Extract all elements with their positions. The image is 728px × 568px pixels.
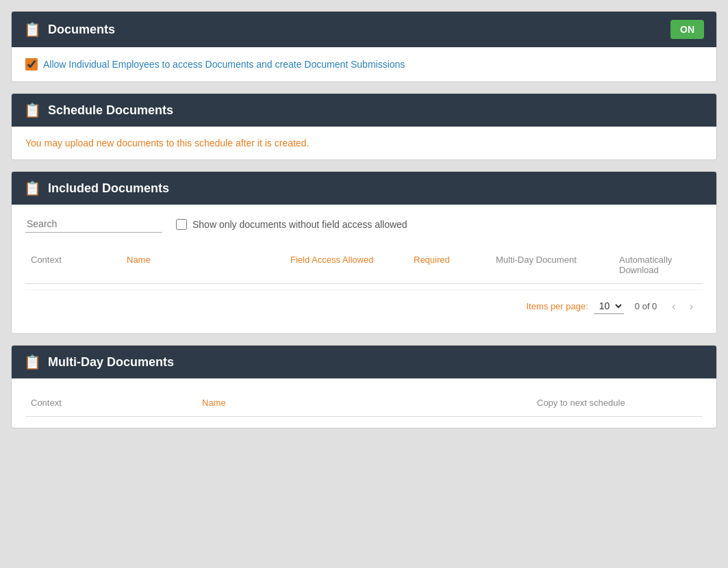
filter-no-field-access-label: Show only documents without field access… bbox=[192, 219, 407, 230]
schedule-documents-title: Schedule Documents bbox=[48, 103, 173, 118]
schedule-document-icon: 📋 bbox=[24, 102, 41, 118]
prev-page-button[interactable]: ‹ bbox=[668, 299, 679, 314]
documents-header-left: 📋 Documents bbox=[24, 21, 115, 38]
col-required: Required bbox=[408, 252, 490, 278]
multi-day-col-copy: Copy to next schedule bbox=[531, 395, 703, 411]
documents-section: 📋 Documents ON Allow Individual Employee… bbox=[11, 11, 717, 82]
allow-access-checkbox[interactable] bbox=[25, 58, 38, 70]
schedule-documents-body: You may upload new documents to this sch… bbox=[12, 127, 716, 159]
included-documents-body: Show only documents without field access… bbox=[12, 205, 716, 333]
items-per-page-container: Items per page: 5 10 25 50 bbox=[526, 298, 623, 314]
schedule-info-text: You may upload new documents to this sch… bbox=[25, 138, 703, 149]
filter-checkbox-row: Show only documents without field access… bbox=[176, 219, 407, 230]
schedule-documents-header: 📋 Schedule Documents bbox=[12, 94, 716, 127]
document-icon: 📋 bbox=[24, 21, 41, 38]
allow-access-label: Allow Individual Employees to access Doc… bbox=[43, 59, 405, 70]
pagination-nav: ‹ › bbox=[668, 299, 697, 314]
items-per-page-select[interactable]: 5 10 25 50 bbox=[594, 298, 624, 314]
included-documents-section: 📋 Included Documents Show only documents… bbox=[11, 171, 717, 334]
multi-day-col-name: Name bbox=[197, 395, 531, 411]
items-per-page-label: Items per page: bbox=[526, 301, 588, 311]
col-context: Context bbox=[25, 252, 121, 278]
multi-day-documents-title: Multi-Day Documents bbox=[48, 355, 174, 370]
search-input[interactable] bbox=[25, 216, 162, 233]
included-documents-header: 📋 Included Documents bbox=[12, 172, 716, 205]
pagination-info: 0 of 0 bbox=[635, 301, 657, 311]
col-name: Name bbox=[121, 252, 285, 278]
included-docs-table-header: Context Name Field Access Allowed Requir… bbox=[25, 246, 703, 284]
toggle-on-button[interactable]: ON bbox=[670, 20, 704, 39]
multi-day-documents-header-left: 📋 Multi-Day Documents bbox=[24, 354, 174, 370]
multi-day-document-icon: 📋 bbox=[24, 354, 41, 370]
included-docs-table-footer: Items per page: 5 10 25 50 0 of 0 ‹ › bbox=[25, 289, 703, 322]
documents-title: Documents bbox=[48, 23, 115, 37]
col-multi-day: Multi-Day Document bbox=[490, 252, 614, 278]
schedule-documents-header-left: 📋 Schedule Documents bbox=[24, 102, 173, 118]
col-field-access: Field Access Allowed bbox=[285, 252, 408, 278]
documents-body: Allow Individual Employees to access Doc… bbox=[12, 47, 716, 81]
filter-no-field-access-checkbox[interactable] bbox=[176, 219, 187, 230]
multi-day-documents-header: 📋 Multi-Day Documents bbox=[12, 346, 716, 378]
schedule-documents-section: 📋 Schedule Documents You may upload new … bbox=[11, 93, 717, 160]
allow-access-row: Allow Individual Employees to access Doc… bbox=[25, 58, 703, 70]
multi-day-col-context: Context bbox=[25, 395, 197, 411]
multi-day-documents-section: 📋 Multi-Day Documents Context Name Copy … bbox=[11, 345, 717, 428]
next-page-button[interactable]: › bbox=[686, 299, 697, 314]
col-auto-download: Automatically Download bbox=[614, 252, 703, 278]
documents-header: 📋 Documents ON bbox=[12, 12, 716, 47]
included-documents-header-left: 📋 Included Documents bbox=[24, 180, 169, 196]
multi-day-documents-body: Context Name Copy to next schedule bbox=[12, 378, 716, 428]
filter-row: Show only documents without field access… bbox=[25, 216, 703, 233]
multi-day-table-header: Context Name Copy to next schedule bbox=[25, 389, 703, 417]
included-document-icon: 📋 bbox=[24, 180, 41, 196]
included-documents-title: Included Documents bbox=[48, 181, 169, 196]
